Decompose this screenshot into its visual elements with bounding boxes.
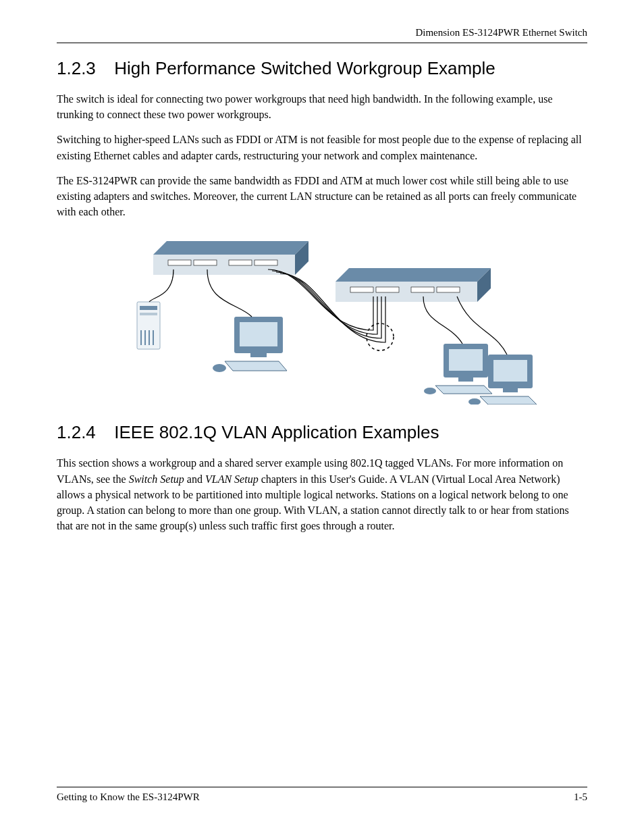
section-number: 1.2.3 — [57, 58, 109, 79]
text-run: and — [187, 473, 205, 485]
svg-rect-4 — [194, 260, 217, 265]
svg-point-31 — [424, 388, 436, 394]
svg-marker-30 — [435, 386, 492, 394]
paragraph: Switching to higher-speed LANs such as F… — [57, 132, 587, 163]
svg-rect-13 — [437, 287, 460, 292]
figure-network-diagram — [106, 229, 538, 407]
svg-marker-25 — [225, 361, 287, 371]
document-page: Dimension ES-3124PWR Ethernet Switch 1.2… — [0, 0, 644, 834]
section-title: IEEE 802.1Q VLAN Application Examples — [114, 422, 439, 442]
svg-rect-16 — [140, 306, 157, 310]
svg-rect-6 — [254, 260, 277, 265]
footer-left: Getting to Know the ES-3124PWR — [57, 791, 200, 803]
paragraph: The ES-3124PWR can provide the same band… — [57, 173, 587, 220]
svg-point-36 — [468, 398, 481, 405]
switch-icon — [336, 268, 491, 302]
svg-point-26 — [213, 364, 226, 372]
svg-rect-10 — [350, 287, 373, 292]
svg-rect-23 — [240, 322, 277, 346]
running-header: Dimension ES-3124PWR Ethernet Switch — [57, 27, 587, 43]
svg-rect-33 — [493, 360, 527, 382]
svg-rect-3 — [168, 260, 191, 265]
svg-rect-5 — [229, 260, 252, 265]
svg-rect-29 — [458, 377, 473, 382]
svg-rect-11 — [376, 287, 399, 292]
workstation-icon — [213, 317, 287, 372]
paragraph: This section shows a workgroup and a sha… — [57, 455, 587, 533]
section-number: 1.2.4 — [57, 422, 109, 443]
footer-page-number: 1-5 — [574, 791, 587, 803]
diagram-svg — [106, 229, 538, 405]
switch-icon — [153, 241, 308, 275]
svg-marker-35 — [480, 396, 537, 405]
svg-rect-12 — [411, 287, 434, 292]
svg-marker-7 — [336, 268, 491, 282]
paragraph: The switch is ideal for connecting two p… — [57, 91, 587, 122]
section-heading-1-2-3: 1.2.3 High Performance Switched Workgrou… — [57, 58, 587, 79]
svg-marker-0 — [153, 241, 308, 255]
svg-rect-24 — [250, 353, 267, 357]
page-footer: Getting to Know the ES-3124PWR 1-5 — [57, 787, 587, 803]
emphasis: VLAN Setup — [205, 473, 259, 485]
section-title: High Performance Switched Workgroup Exam… — [114, 58, 495, 78]
svg-rect-17 — [140, 313, 157, 315]
section-heading-1-2-4: 1.2.4 IEEE 802.1Q VLAN Application Examp… — [57, 422, 587, 443]
workstation-icon — [424, 344, 492, 394]
emphasis: Switch Setup — [129, 473, 184, 485]
svg-rect-34 — [503, 388, 518, 392]
computer-tower-icon — [137, 302, 160, 349]
svg-rect-28 — [449, 349, 483, 371]
